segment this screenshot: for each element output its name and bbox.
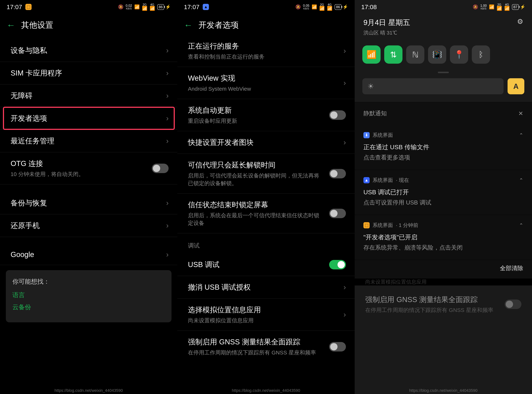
row-trust-extend[interactable]: 可信代理只会延长解锁时间 启用后，可信代理会延长设备的解锁时间，但无法再将已锁定… [177, 154, 355, 193]
chevron-right-icon: › [166, 199, 169, 207]
row-device-privacy[interactable]: 设备与隐私 › [0, 39, 177, 62]
row-gnss[interactable]: 强制启用 GNSS 测量结果全面跟踪 在停用工作周期的情况下跟踪所有 GNSS … [177, 331, 355, 363]
chevron-right-icon: › [166, 69, 169, 77]
status-time: 17:08 [361, 4, 377, 10]
title-bar: ← 开发者选项 [177, 12, 355, 39]
notif-title: USB 调试已打开 [363, 188, 523, 197]
app-icon: ▲ [363, 177, 370, 183]
tile-vibrate[interactable]: 📳 [428, 45, 446, 64]
otg-toggle[interactable] [152, 164, 169, 173]
app-name: 系统界面 [373, 177, 393, 184]
chevron-right-icon: › [344, 138, 346, 146]
brightness-icon: ☀ [367, 82, 374, 90]
row-revoke-auth[interactable]: 撤消 USB 调试授权 › [177, 276, 355, 299]
back-arrow-icon[interactable]: ← [7, 20, 15, 30]
row-accessibility[interactable]: 无障碍 › [0, 84, 177, 107]
app-indicator-icon: ▲ [203, 4, 209, 10]
tile-wifi[interactable]: 📶 [362, 45, 381, 64]
status-time: 17:07 [7, 4, 22, 10]
row-usb-debug[interactable]: USB 调试 [177, 253, 355, 276]
tile-bluetooth[interactable]: ᛒ [472, 45, 490, 64]
app-name: 系统界面 [373, 132, 393, 139]
notif-body: 存在系统异常、崩溃等风险，点击关闭 [363, 244, 523, 252]
notification-usb-debug[interactable]: ▲ 系统界面 · 现在 ⌃ USB 调试已打开 点击可设置停用 USB 调试 [355, 170, 532, 215]
data-rate: 0.05KB/S [303, 4, 309, 10]
tile-nfc[interactable]: ℕ [406, 45, 424, 64]
watermark: https://blog.csdn.net/weixin_44043590 [0, 388, 177, 393]
status-bar: 17:08 🔕 1.00KB/S 📶 2G📶 4G📶 87⚡ [355, 0, 532, 12]
notif-title: "开发者选项"已开启 [363, 233, 523, 242]
page-title: 其他设置 [21, 20, 53, 31]
settings-gear-icon[interactable]: ⚙ [517, 17, 523, 26]
status-bar: 17:07 ▲ 🔕 0.05KB/S 📶 2G📶 4G📶 86⚡ [177, 0, 355, 12]
row-running-services[interactable]: 正在运行的服务 查看和控制当前正在运行的服务 › [177, 39, 355, 67]
chevron-up-icon[interactable]: ⌃ [519, 132, 523, 138]
row-trust-lock[interactable]: 信任状态结束时锁定屏幕 启用后，系统会在最后一个可信代理结束信任状态时锁定设备 [177, 193, 355, 233]
title-bar: ← 其他设置 [0, 12, 177, 39]
signal-4g: 4G📶 [327, 3, 332, 10]
data-rate: 1.00KB/S [480, 4, 487, 10]
phone-other-settings: 17:07 ⬚ 🔕 0.02 KB/S 📶 2G📶 4G📶 86⚡ ← 其他设置… [0, 0, 177, 394]
notif-body: 点击可设置停用 USB 调试 [363, 199, 523, 207]
shade-weather: 洪山区 晴 31℃ [363, 29, 410, 36]
notification-usb-transfer[interactable]: ⬇ 系统界面 ⌃ 正在通过 USB 传输文件 点击查看更多选项 [355, 125, 532, 170]
suggestion-cloud-backup[interactable]: 云备份 [12, 303, 165, 311]
status-time: 17:07 [184, 4, 199, 10]
chevron-up-icon[interactable]: ⌃ [519, 177, 523, 183]
chevron-right-icon: › [344, 283, 346, 291]
phone-developer-options: 17:07 ▲ 🔕 0.05KB/S 📶 2G📶 4G📶 86⚡ ← 开发者选项… [177, 0, 355, 394]
brightness-slider[interactable]: ☀ [362, 78, 504, 94]
row-developer-options[interactable]: 开发者选项 › [0, 107, 177, 130]
section-debug: 调试 [177, 233, 355, 253]
silent-notifications-header: 静默通知 ✕ [355, 102, 532, 125]
row-otg[interactable]: OTG 连接 10 分钟未使用，将自动关闭。 [0, 152, 177, 184]
app-indicator-icon: ⬚ [25, 4, 31, 10]
chevron-up-icon[interactable]: ⌃ [519, 222, 523, 228]
watermark: https://blog.csdn.net/weixin_44043590 [177, 388, 355, 393]
status-bar: 17:07 ⬚ 🔕 0.02 KB/S 📶 2G📶 4G📶 86⚡ [0, 0, 177, 12]
app-icon: ⬚ [363, 222, 370, 228]
row-webview[interactable]: WebView 实现 Android System WebView › [177, 67, 355, 99]
suggestions-card: 你可能想找： 语言 云备份 [6, 270, 172, 322]
row-sim-apps[interactable]: SIM 卡应用程序 › [0, 62, 177, 84]
auto-brightness-button[interactable]: A [508, 78, 524, 94]
signal-4g: 4G📶 [504, 3, 510, 10]
row-quick-settings-tile[interactable]: 快捷设置开发者图块 › [177, 131, 355, 154]
trust-lock-toggle[interactable] [329, 209, 346, 218]
usb-debug-toggle[interactable] [329, 260, 346, 270]
clear-all-button[interactable]: 全部清除 [355, 260, 532, 279]
row-restore-phone[interactable]: 还原手机 › [0, 214, 177, 237]
brightness-row: ☀ A [355, 73, 532, 102]
shade-date: 9月4日 星期五 [363, 17, 410, 27]
wifi-icon: 📶 [312, 4, 317, 10]
notification-dev-enabled[interactable]: ⬚ 系统界面 · 1 分钟前 ⌃ "开发者选项"已开启 存在系统异常、崩溃等风险… [355, 215, 532, 260]
chevron-right-icon: › [166, 46, 169, 55]
gnss-toggle[interactable] [329, 342, 346, 352]
row-mock-location[interactable]: 选择模拟位置信息应用 尚未设置模拟位置信息应用 › [177, 299, 355, 331]
trust-extend-toggle[interactable] [329, 169, 346, 178]
tile-location[interactable]: 📍 [450, 45, 468, 64]
row-system-update[interactable]: 系统自动更新 重启设备时应用更新 [177, 99, 355, 131]
silent-icon: 🔕 [118, 4, 124, 10]
battery-indicator: 86⚡ [157, 4, 171, 10]
row-recent-tasks[interactable]: 最近任务管理 › [0, 130, 177, 152]
back-arrow-icon[interactable]: ← [184, 20, 193, 30]
suggestion-language[interactable]: 语言 [12, 291, 165, 299]
shade-drag-handle[interactable] [438, 72, 449, 73]
phone-notification-shade: 17:08 🔕 1.00KB/S 📶 2G📶 4G📶 87⚡ 9月4日 星期五 … [355, 0, 532, 394]
chevron-right-icon: › [344, 47, 346, 55]
system-update-toggle[interactable] [329, 110, 346, 120]
silent-icon: 🔕 [295, 4, 301, 10]
watermark: https://blog.csdn.net/weixin_44043590 [355, 388, 532, 393]
battery-indicator: 86⚡ [335, 4, 348, 10]
notif-body: 点击查看更多选项 [363, 154, 523, 162]
chevron-right-icon: › [166, 250, 169, 259]
chevron-right-icon: › [166, 221, 169, 230]
close-icon[interactable]: ✕ [518, 110, 523, 117]
tile-data[interactable]: ⇅ [384, 45, 402, 64]
row-google[interactable]: Google › [0, 244, 177, 265]
suggestions-hint: 你可能想找： [12, 277, 165, 286]
chevron-right-icon: › [344, 311, 346, 319]
row-backup-restore[interactable]: 备份与恢复 › [0, 192, 177, 214]
data-rate: 0.02 KB/S [126, 4, 132, 10]
